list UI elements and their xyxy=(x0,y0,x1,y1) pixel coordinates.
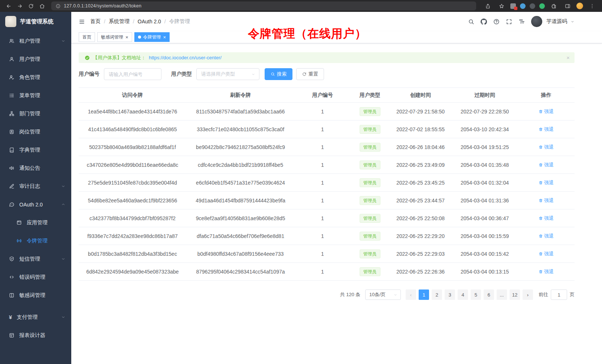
next-page-button[interactable]: › xyxy=(523,289,533,300)
sidebar-collapse-icon[interactable] xyxy=(79,19,85,25)
breadcrumb-item[interactable]: 首页 xyxy=(90,18,101,25)
user-type-label: 用户类型 xyxy=(171,71,192,77)
user-type-select[interactable]: 请选择用户类型 xyxy=(196,68,259,80)
force-logout-button[interactable]: 强退 xyxy=(539,162,554,168)
page-size-select[interactable]: 10条/页 xyxy=(365,289,401,300)
cell-refresh-token: 9ce8ef2aa9f14056b831ae9b608e28d5 xyxy=(186,209,295,227)
page-info-icon[interactable] xyxy=(55,1,61,10)
sidebar-item-user[interactable]: 用户管理 xyxy=(0,50,71,68)
goto-suffix: 页 xyxy=(570,291,575,298)
sidebar-item-pay[interactable]: ¥支付管理 xyxy=(0,308,71,326)
cell-access-token: 1ea5e44f8bc1467aaede43144f31de76 xyxy=(79,103,186,120)
success-check-icon xyxy=(85,55,90,60)
sidebar-item-role[interactable]: 角色管理 xyxy=(0,68,71,86)
force-logout-button[interactable]: 强退 xyxy=(539,215,554,222)
page-button[interactable]: 6 xyxy=(484,289,494,300)
page-button[interactable]: 1 xyxy=(419,289,429,300)
sidebar-item-oauth[interactable]: OAuth 2.0 xyxy=(0,195,71,214)
search-button[interactable]: 搜索 xyxy=(265,68,292,80)
sidebar-item-log[interactable]: 审计日志 xyxy=(0,177,71,195)
browser-profile-avatar[interactable] xyxy=(576,3,583,9)
tab[interactable]: 令牌管理× xyxy=(134,32,170,42)
bookmark-star-icon[interactable] xyxy=(497,1,506,10)
browser-address-bar[interactable]: 127.0.0.1:1024/system/oauth2/token xyxy=(51,1,476,10)
browser-forward-icon[interactable] xyxy=(15,1,24,10)
force-logout-button[interactable]: 强退 xyxy=(539,108,554,115)
sidebar-toggle-icon[interactable] xyxy=(563,1,572,10)
font-size-icon[interactable] xyxy=(518,19,525,25)
force-logout-button[interactable]: 强退 xyxy=(539,144,554,150)
sidebar-item-sensitive[interactable]: 敏感词管理 xyxy=(0,286,71,304)
goto-page-input[interactable] xyxy=(551,289,567,300)
sidebar-item-token[interactable]: 令牌管理 xyxy=(0,232,71,250)
user-menu-caret-icon[interactable] xyxy=(570,20,575,24)
user-type-tag: 管理员 xyxy=(360,178,380,187)
extension-icon[interactable] xyxy=(539,3,545,9)
column-header: 操作 xyxy=(518,88,575,103)
tab-close-icon[interactable]: × xyxy=(163,35,166,40)
extension-icon[interactable] xyxy=(510,3,516,9)
page-button[interactable]: 5 xyxy=(471,289,481,300)
sidebar-item-app[interactable]: 应用管理 xyxy=(0,214,71,232)
page-button[interactable]: 12 xyxy=(510,289,520,300)
cell-action: 强退 xyxy=(518,227,575,245)
page-button[interactable]: 4 xyxy=(458,289,468,300)
sidebar-item-notice[interactable]: 通知公告 xyxy=(0,159,71,177)
alert-close-icon[interactable]: × xyxy=(566,54,570,61)
username[interactable]: 芋道源码 xyxy=(546,18,567,25)
doc-link[interactable]: https://doc.iocoder.cn/user-center/ xyxy=(149,55,222,60)
browser-refresh-icon[interactable] xyxy=(26,1,36,10)
sidebar-item-label: 部门管理 xyxy=(19,110,40,117)
browser-back-icon[interactable] xyxy=(4,1,13,10)
sidebar-item-sms[interactable]: 短信管理 xyxy=(0,250,71,268)
force-logout-button[interactable]: 强退 xyxy=(539,251,554,257)
cell-created-time: 2022-06-25 22:50:08 xyxy=(389,209,452,227)
page-ellipsis[interactable]: ... xyxy=(497,289,507,300)
breadcrumb-item[interactable]: 系统管理 xyxy=(109,18,130,25)
page-button[interactable]: 3 xyxy=(445,289,455,300)
cell-expire-time: 2054-03-04 19:51:25 xyxy=(452,138,518,156)
sidebar-item-dept[interactable]: 部门管理 xyxy=(0,105,71,123)
user-type-tag: 管理员 xyxy=(360,214,380,223)
user-avatar[interactable] xyxy=(531,16,542,27)
cell-action: 强退 xyxy=(518,174,575,192)
fullscreen-icon[interactable] xyxy=(506,19,512,25)
sidebar-item-menu[interactable]: 菜单管理 xyxy=(0,86,71,105)
token-table: 访问令牌刷新令牌用户编号用户类型创建时间过期时间操作 1ea5e44f8bc14… xyxy=(79,87,575,281)
page-button[interactable]: 2 xyxy=(432,289,442,300)
cell-created-time: 2022-06-25 23:45:25 xyxy=(389,174,452,192)
github-icon[interactable] xyxy=(481,19,487,25)
browser-home-icon[interactable] xyxy=(37,1,47,10)
cell-access-token: 41c41346a548490f9dc8b01c6bfe0865 xyxy=(79,120,186,138)
cell-created-time: 2022-07-02 18:55:55 xyxy=(389,120,452,138)
breadcrumb-item[interactable]: OAuth 2.0 xyxy=(138,19,161,24)
extension-icon[interactable] xyxy=(530,3,535,9)
user-id-input[interactable] xyxy=(104,68,161,80)
sidebar-item-report[interactable]: 报表设计器 xyxy=(0,326,71,344)
sidebar-item-tenant[interactable]: 租户管理 xyxy=(0,32,71,50)
sidebar-item-post[interactable]: 岗位管理 xyxy=(0,123,71,141)
reset-button[interactable]: 重置 xyxy=(296,68,324,80)
force-logout-button[interactable]: 强退 xyxy=(539,197,554,204)
extensions-puzzle-icon[interactable] xyxy=(549,1,559,10)
share-icon[interactable] xyxy=(483,1,493,10)
page-size-value: 10条/页 xyxy=(369,291,386,298)
sidebar-item-dict[interactable]: 字典管理 xyxy=(0,141,71,159)
extension-icon[interactable] xyxy=(520,3,526,9)
sidebar-item-errcode[interactable]: 错误码管理 xyxy=(0,268,71,286)
force-logout-button[interactable]: 强退 xyxy=(539,268,554,275)
help-icon[interactable] xyxy=(493,19,500,25)
user-type-tag: 管理员 xyxy=(360,249,380,258)
browser-menu-icon[interactable] xyxy=(587,1,597,10)
cell-user-type: 管理员 xyxy=(350,192,389,209)
cell-access-token: 502375b8040a469a9b82188afdf6af1f xyxy=(79,138,186,156)
prev-page-button[interactable]: ‹ xyxy=(406,289,416,300)
force-logout-button[interactable]: 强退 xyxy=(539,126,554,133)
tab[interactable]: 首页 xyxy=(79,32,95,42)
tab-close-icon[interactable]: × xyxy=(125,35,128,40)
search-icon[interactable] xyxy=(468,19,474,25)
force-logout-button[interactable]: 强退 xyxy=(539,179,554,186)
post-icon xyxy=(9,129,14,135)
force-logout-button[interactable]: 强退 xyxy=(539,233,554,239)
tab[interactable]: 敏感词管理× xyxy=(97,32,132,42)
